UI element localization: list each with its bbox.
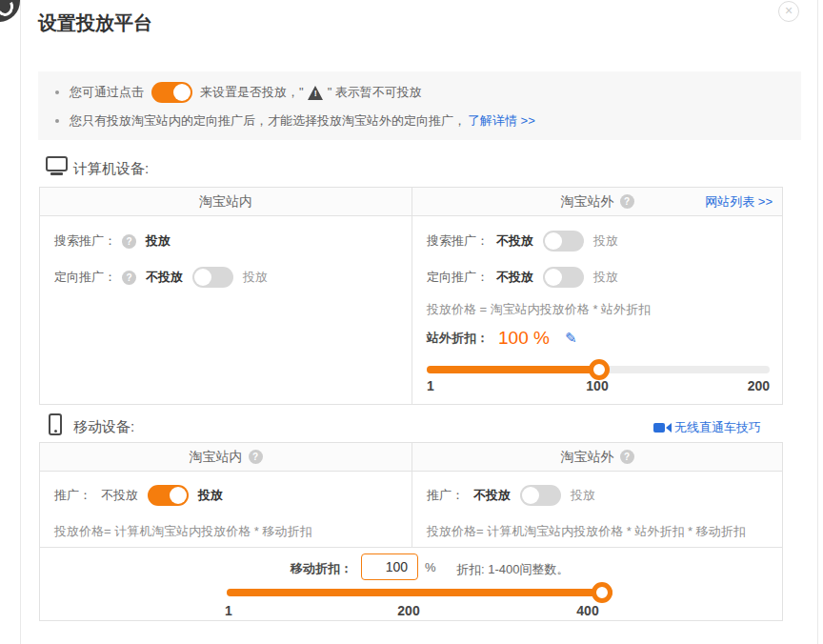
target-promo-label: 定向推广： xyxy=(54,269,116,286)
mobile-onsite-header: 淘宝站内 ? xyxy=(40,443,412,471)
slider-fill xyxy=(427,366,599,373)
computer-offsite-search-row: 搜索推广： 不投放 投放 xyxy=(427,229,618,253)
mobile-offsite-promo-toggle[interactable] xyxy=(520,485,561,506)
mobile-discount-hint: 折扣: 1-400间整数。 xyxy=(456,561,569,578)
bullet-icon xyxy=(55,119,59,123)
demo-toggle xyxy=(151,82,192,103)
mobile-discount-input[interactable] xyxy=(361,553,418,580)
dialog-left-border xyxy=(20,0,21,644)
state-on-label: 投放 xyxy=(571,487,595,504)
state-on-label: 投放 xyxy=(243,269,268,286)
notice-text: " 表示暂不可投放 xyxy=(328,84,422,101)
help-icon[interactable]: ? xyxy=(122,271,136,285)
slider-handle[interactable] xyxy=(592,582,612,603)
mobile-offsite-promo-row: 推广： 不投放 投放 xyxy=(427,483,595,508)
offsite-discount-slider[interactable] xyxy=(427,359,770,380)
notice-text: 您只有投放淘宝站内的定向推广后，才能选择投放淘宝站外的定向推广， xyxy=(70,112,466,130)
computer-offsite-search-toggle[interactable] xyxy=(543,231,584,252)
edit-icon[interactable]: ✎ xyxy=(565,330,577,347)
promo-label: 推广： xyxy=(427,487,464,504)
row-divider xyxy=(40,547,782,548)
computer-offsite-target-toggle[interactable] xyxy=(543,267,584,288)
learn-more-link[interactable]: 了解详情 >> xyxy=(468,112,535,130)
notice-line-2: 您只有投放淘宝站内的定向推广后，才能选择投放淘宝站外的定向推广， 了解详情 >> xyxy=(55,111,535,131)
state-off-label: 不投放 xyxy=(496,269,533,286)
state-off-label: 不投放 xyxy=(146,269,183,286)
toggle-knob xyxy=(173,84,191,101)
state-on-label: 投放 xyxy=(198,487,223,504)
help-icon[interactable]: ? xyxy=(620,450,634,464)
computer-table: 淘宝站内 淘宝站外 ? 网站列表 >> 搜索推广： ? 投放 定向推广： ? 不… xyxy=(39,187,783,405)
slider-min-label: 1 xyxy=(427,378,434,393)
notice-text: 来设置是否投放，" xyxy=(200,84,304,101)
slider-min-label: 1 xyxy=(225,603,232,618)
mobile-discount-slider[interactable] xyxy=(227,582,612,603)
computer-icon xyxy=(46,156,68,171)
close-button[interactable]: × xyxy=(778,1,799,22)
warning-icon xyxy=(308,86,324,100)
notice-box: 您可通过点击 来设置是否投放，" " 表示暂不可投放 您只有投放淘宝站内的定向推… xyxy=(38,71,801,140)
toggle-knob xyxy=(194,269,211,286)
offsite-discount-row: 站外折扣： 100 % ✎ xyxy=(427,325,576,352)
mobile-section-title: 移动设备: xyxy=(73,418,134,436)
column-divider xyxy=(412,188,412,404)
offsite-slider-labels: 1 100 200 xyxy=(427,378,770,395)
notice-line-1: 您可通过点击 来设置是否投放，" " 表示暂不可投放 xyxy=(55,81,424,104)
computer-onsite-header: 淘宝站内 xyxy=(40,188,412,215)
slider-fill xyxy=(227,589,612,596)
state-off-label: 不投放 xyxy=(496,232,533,250)
mobile-onsite-price-formula: 投放价格= 计算机淘宝站内投放价格 * 移动折扣 xyxy=(54,523,312,540)
slider-mid-label: 100 xyxy=(586,378,608,393)
slider-max-label: 400 xyxy=(576,603,598,618)
mobile-slider-labels: 1 200 400 xyxy=(227,603,612,620)
close-icon: × xyxy=(785,3,793,18)
state-off-label: 不投放 xyxy=(101,487,138,504)
computer-offsite-header: 淘宝站外 ? 网站列表 >> xyxy=(412,188,782,215)
toggle-knob xyxy=(545,232,562,250)
search-promo-state: 投放 xyxy=(146,232,171,250)
help-badge-icon xyxy=(0,0,20,22)
mobile-discount-label: 移动折扣： xyxy=(291,560,352,577)
help-icon[interactable]: ? xyxy=(620,194,634,209)
mobile-offsite-price-formula: 投放价格= 计算机淘宝站内投放价格 * 站外折扣 * 移动折扣 xyxy=(427,523,746,540)
toggle-knob xyxy=(522,487,539,504)
website-list-link[interactable]: 网站列表 >> xyxy=(705,188,773,215)
toggle-knob xyxy=(545,269,562,286)
search-promo-label: 搜索推广： xyxy=(54,232,116,250)
help-icon[interactable]: ? xyxy=(249,450,263,464)
promo-label: 推广： xyxy=(54,487,91,504)
set-platform-dialog: × 设置投放平台 您可通过点击 来设置是否投放，" " 表示暂不可投放 您只有投… xyxy=(0,0,823,644)
computer-section-title: 计算机设备: xyxy=(73,160,149,178)
mobile-discount-unit: % xyxy=(425,560,436,574)
toggle-knob xyxy=(170,487,187,504)
computer-onsite-target-row: 定向推广： ? 不投放 投放 xyxy=(54,265,268,290)
column-divider xyxy=(412,443,412,547)
dialog-right-border xyxy=(817,0,818,644)
slider-handle[interactable] xyxy=(589,359,610,380)
search-promo-label: 搜索推广： xyxy=(427,232,489,250)
offsite-discount-value: 100 % xyxy=(498,328,550,349)
state-on-label: 投放 xyxy=(593,232,618,250)
computer-onsite-target-toggle[interactable] xyxy=(192,267,233,288)
offsite-discount-label: 站外折扣： xyxy=(427,330,489,347)
offsite-price-formula: 投放价格 = 淘宝站内投放价格 * 站外折扣 xyxy=(427,301,651,318)
slider-mid-label: 200 xyxy=(397,603,419,618)
computer-offsite-target-row: 定向推广： 不投放 投放 xyxy=(427,265,618,290)
slider-max-label: 200 xyxy=(748,378,770,393)
mobile-onsite-promo-row: 推广： 不投放 投放 xyxy=(54,483,227,508)
target-promo-label: 定向推广： xyxy=(427,269,489,286)
wireless-tips-link[interactable]: 无线直通车技巧 xyxy=(653,419,761,436)
mobile-onsite-promo-toggle[interactable] xyxy=(148,485,189,506)
state-on-label: 投放 xyxy=(593,269,618,286)
help-icon[interactable]: ? xyxy=(122,234,136,249)
page-title: 设置投放平台 xyxy=(38,10,152,36)
mobile-table: 淘宝站内 ? 淘宝站外 ? 推广： 不投放 投放 投放价格= 计算机淘宝站内投放… xyxy=(39,442,783,621)
video-icon xyxy=(653,423,665,433)
computer-onsite-search-row: 搜索推广： ? 投放 xyxy=(54,229,174,253)
phone-icon xyxy=(49,413,62,435)
notice-text: 您可通过点击 xyxy=(70,84,144,101)
state-off-label: 不投放 xyxy=(473,487,511,504)
mobile-offsite-header: 淘宝站外 ? xyxy=(412,443,782,471)
bullet-icon xyxy=(55,91,59,94)
